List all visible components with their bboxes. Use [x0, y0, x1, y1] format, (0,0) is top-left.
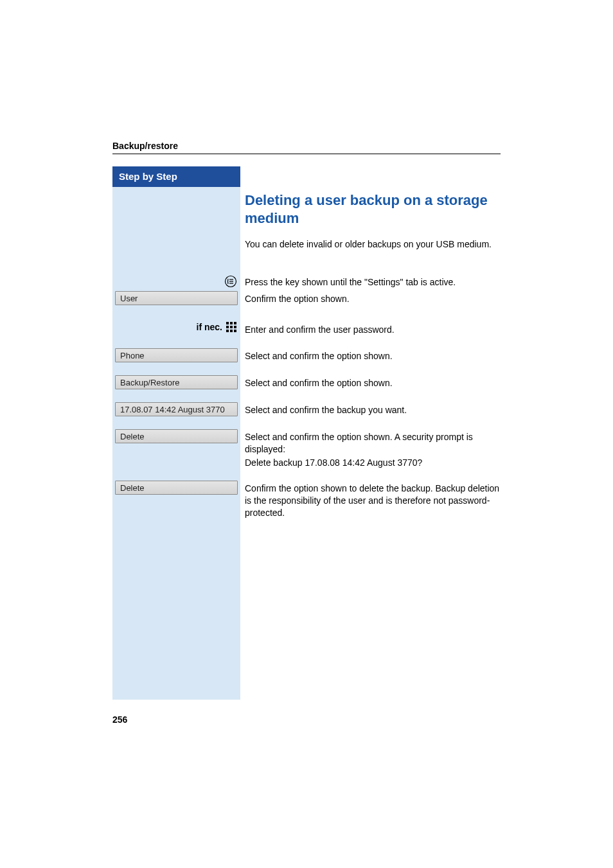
if-nec-label: if nec.	[197, 322, 236, 332]
svg-rect-6	[234, 322, 236, 324]
menu-label: Backup/Restore	[120, 378, 180, 387]
menu-label: User	[120, 294, 138, 303]
menu-label: Phone	[120, 351, 145, 360]
menu-label: Delete	[120, 432, 145, 441]
main-content: Deleting a user backup on a storage medi…	[245, 191, 502, 251]
menu-option-user: User	[115, 291, 238, 305]
page-number: 256	[112, 714, 127, 725]
svg-rect-4	[226, 322, 229, 324]
svg-rect-10	[226, 330, 229, 332]
svg-rect-5	[230, 322, 233, 324]
intro-text: You can delete invalid or older backups …	[245, 238, 502, 251]
svg-rect-7	[226, 326, 229, 328]
menu-option-phone: Phone	[115, 348, 238, 362]
instruction-delete-prompt-1: Select and confirm the option shown. A s…	[245, 431, 502, 456]
settings-key-icon	[224, 275, 237, 288]
sidebar-header: Step by Step	[112, 166, 240, 187]
header-rule	[112, 154, 501, 154]
section-header: Backup/restore	[112, 141, 501, 151]
menu-label: Delete	[120, 483, 145, 493]
if-nec-text: if nec.	[197, 322, 222, 332]
instruction-delete-prompt-2: Delete backup 17.08.08 14:42 August 3770…	[245, 457, 502, 469]
svg-rect-11	[230, 330, 233, 332]
instruction-settings-key: Press the key shown until the "Settings"…	[245, 276, 502, 288]
svg-rect-9	[234, 326, 236, 328]
svg-rect-8	[230, 326, 233, 328]
instruction-select-backup: Select and confirm the backup you want.	[245, 404, 502, 416]
menu-option-delete-confirm: Delete	[115, 481, 238, 495]
instruction-password: Enter and confirm the user password.	[245, 324, 502, 336]
instruction-confirm-delete: Confirm the option shown to delete the b…	[245, 483, 502, 519]
step-by-step-sidebar: Step by Step User if nec.	[112, 166, 240, 700]
menu-option-delete: Delete	[115, 429, 238, 443]
keypad-icon	[226, 322, 236, 332]
instruction-backup-restore: Select and confirm the option shown.	[245, 377, 502, 389]
instruction-phone: Select and confirm the option shown.	[245, 350, 502, 362]
menu-option-backup-entry: 17.08.07 14:42 August 3770	[115, 402, 238, 416]
svg-rect-12	[234, 330, 236, 332]
menu-label: 17.08.07 14:42 August 3770	[120, 405, 225, 414]
menu-option-backup-restore: Backup/Restore	[115, 375, 238, 389]
page-title: Deleting a user backup on a storage medi…	[245, 191, 502, 227]
instruction-user: Confirm the option shown.	[245, 293, 502, 305]
